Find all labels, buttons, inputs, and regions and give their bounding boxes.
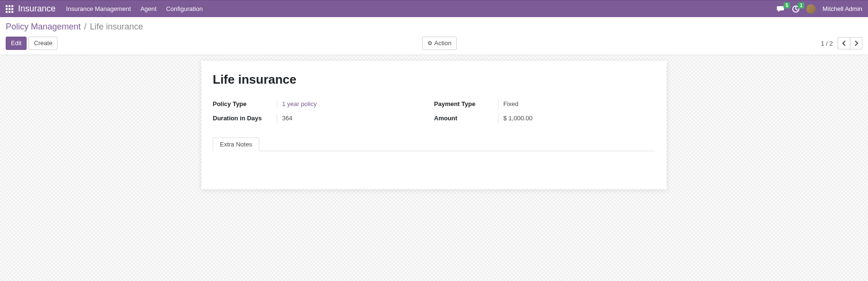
activities-icon[interactable]: 1 bbox=[792, 5, 800, 13]
messages-badge: 5 bbox=[783, 2, 790, 9]
tabs: Extra Notes bbox=[213, 137, 655, 151]
label-amount: Amount bbox=[434, 114, 498, 122]
svg-rect-5 bbox=[11, 8, 13, 10]
pager-prev-button[interactable] bbox=[838, 37, 850, 49]
nav-item-configuration[interactable]: Configuration bbox=[166, 5, 203, 12]
action-label: Action bbox=[434, 39, 452, 48]
label-payment-type: Payment Type bbox=[434, 99, 498, 107]
svg-rect-8 bbox=[11, 11, 13, 13]
value-duration: 364 bbox=[277, 114, 434, 123]
svg-rect-3 bbox=[6, 8, 8, 10]
messages-icon[interactable]: 5 bbox=[777, 5, 785, 13]
svg-rect-6 bbox=[6, 11, 8, 13]
chevron-left-icon bbox=[842, 40, 846, 46]
content-area: Life insurance Policy Type 1 year policy… bbox=[0, 55, 868, 281]
app-name[interactable]: Insurance bbox=[18, 4, 56, 14]
breadcrumb-parent[interactable]: Policy Management bbox=[6, 22, 81, 31]
edit-button[interactable]: Edit bbox=[6, 37, 27, 50]
value-payment-type: Fixed bbox=[498, 99, 655, 109]
chevron-right-icon bbox=[854, 40, 858, 46]
breadcrumb: Policy Management / Life insurance bbox=[6, 22, 862, 32]
navbar-left: Insurance Insurance Management Agent Con… bbox=[6, 4, 777, 14]
field-grid: Policy Type 1 year policy Duration in Da… bbox=[213, 99, 655, 123]
gear-icon: ⚙ bbox=[427, 39, 433, 48]
controls-right: 1 / 2 bbox=[821, 37, 862, 49]
controls-center: ⚙ Action bbox=[57, 37, 821, 50]
form-sheet: Life insurance Policy Type 1 year policy… bbox=[201, 61, 667, 189]
apps-icon[interactable] bbox=[6, 5, 13, 13]
label-policy-type: Policy Type bbox=[213, 99, 277, 107]
navbar-right: 5 1 Mitchell Admin bbox=[777, 4, 862, 14]
avatar[interactable] bbox=[806, 4, 816, 14]
value-policy-type[interactable]: 1 year policy bbox=[277, 99, 434, 109]
record-title: Life insurance bbox=[213, 72, 655, 87]
nav-item-insurance-management[interactable]: Insurance Management bbox=[66, 5, 131, 12]
svg-rect-4 bbox=[9, 8, 10, 10]
svg-rect-7 bbox=[9, 11, 10, 13]
pager-next-button[interactable] bbox=[850, 37, 862, 49]
svg-rect-1 bbox=[9, 5, 10, 7]
svg-rect-2 bbox=[11, 5, 13, 7]
value-amount: $ 1,000.00 bbox=[498, 114, 655, 123]
activities-badge: 1 bbox=[798, 2, 804, 9]
label-duration: Duration in Days bbox=[213, 114, 277, 122]
svg-rect-0 bbox=[6, 5, 8, 7]
create-button[interactable]: Create bbox=[28, 37, 57, 50]
breadcrumb-current: Life insurance bbox=[90, 22, 143, 31]
pager-text: 1 / 2 bbox=[821, 40, 833, 47]
pager-group bbox=[838, 37, 862, 49]
breadcrumb-separator: / bbox=[84, 22, 89, 31]
tab-extra-notes[interactable]: Extra Notes bbox=[213, 137, 259, 151]
controls-left: Edit Create bbox=[6, 37, 57, 50]
controls-row: Edit Create ⚙ Action 1 / 2 bbox=[6, 37, 862, 50]
field-col-right: Payment Type Fixed Amount $ 1,000.00 bbox=[434, 99, 655, 123]
nav-item-agent[interactable]: Agent bbox=[141, 5, 157, 12]
top-navbar: Insurance Insurance Management Agent Con… bbox=[0, 0, 868, 17]
control-panel: Policy Management / Life insurance Edit … bbox=[0, 17, 868, 55]
field-col-left: Policy Type 1 year policy Duration in Da… bbox=[213, 99, 434, 123]
user-name[interactable]: Mitchell Admin bbox=[822, 5, 862, 12]
action-button[interactable]: ⚙ Action bbox=[422, 37, 457, 50]
